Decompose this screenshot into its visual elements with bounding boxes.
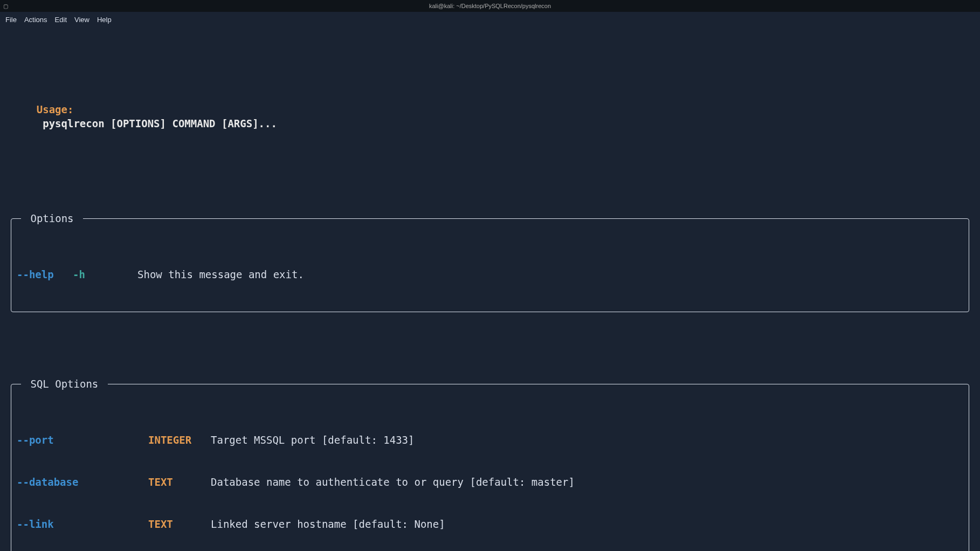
sql-database-desc: Database name to authenticate to or quer… — [211, 475, 963, 489]
sql-options-legend: SQL Options — [21, 377, 108, 391]
menu-view[interactable]: View — [74, 16, 89, 24]
menubar: File Actions Edit View Help — [0, 12, 980, 27]
menu-file[interactable]: File — [5, 16, 17, 24]
sql-database-long: --database — [17, 475, 148, 489]
sql-link-desc: Linked server hostname [default: None] — [211, 517, 963, 531]
usage-command — [37, 118, 43, 129]
menu-help[interactable]: Help — [97, 16, 112, 24]
sql-database-type: TEXT — [148, 475, 211, 489]
sql-port-desc: Target MSSQL port [default: 1433] — [211, 433, 963, 447]
sql-port-long: --port — [17, 433, 148, 447]
usage-label: Usage: — [37, 104, 74, 115]
sql-row-port: --port INTEGER Target MSSQL port [defaul… — [17, 433, 963, 447]
sql-row-link: --link TEXT Linked server hostname [defa… — [17, 517, 963, 531]
sql-options-box: SQL Options --port INTEGER Target MSSQL … — [11, 377, 969, 551]
sql-link-long: --link — [17, 517, 148, 531]
sql-row-database: --database TEXT Database name to authent… — [17, 475, 963, 489]
sql-port-type: INTEGER — [148, 433, 211, 447]
sql-link-type: TEXT — [148, 517, 211, 531]
menu-edit[interactable]: Edit — [55, 16, 67, 24]
options-legend: Options — [21, 211, 83, 225]
menu-actions[interactable]: Actions — [24, 16, 47, 24]
options-box: Options --help -h Show this message and … — [11, 211, 969, 312]
usage-line: Usage: pysqlrecon [OPTIONS] COMMAND [ARG… — [8, 79, 972, 151]
terminal-icon: ▢ — [3, 3, 8, 9]
terminal-output: Usage: pysqlrecon [OPTIONS] COMMAND [ARG… — [0, 27, 980, 551]
opt-help-long: --help — [17, 267, 73, 281]
option-row-help: --help -h Show this message and exit. — [17, 267, 963, 281]
window-title: kali@kali: ~/Desktop/PySQLRecon/pysqlrec… — [429, 3, 551, 9]
opt-help-desc: Show this message and exit. — [137, 267, 963, 281]
usage-command-text: pysqlrecon [OPTIONS] COMMAND [ARGS]... — [43, 118, 277, 129]
window-titlebar: ▢ kali@kali: ~/Desktop/PySQLRecon/pysqlr… — [0, 0, 980, 12]
opt-help-short: -h — [73, 267, 137, 281]
